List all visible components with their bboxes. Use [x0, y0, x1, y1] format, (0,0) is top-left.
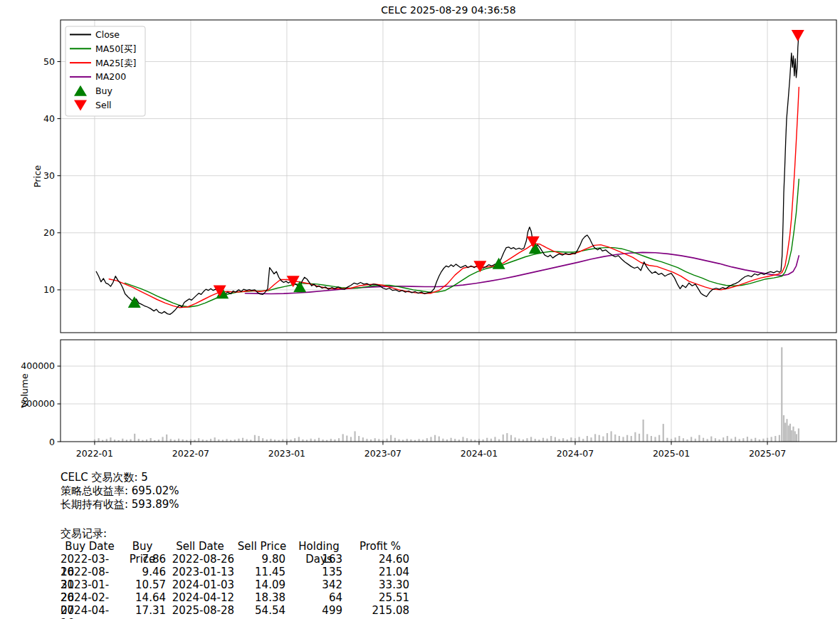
legend-label: MA25[卖]	[95, 58, 137, 68]
table-row: 2022-08-31 9.46 2023-01-13 11.45 135 21.…	[61, 566, 412, 578]
volume-panel-border	[61, 340, 836, 442]
price-tick-label: 50	[43, 56, 55, 67]
x-tick-label: 2025-01	[653, 448, 690, 459]
strategy-return-line: 策略总收益率: 695.02%	[61, 484, 179, 498]
buy-date: 2024-04-16	[61, 604, 119, 619]
holding-return-line: 长期持有收益: 593.89%	[61, 498, 179, 511]
gridlines	[61, 20, 836, 442]
price-tick-label: 10	[43, 284, 55, 295]
x-tick-label: 2024-01	[461, 448, 498, 459]
price-tick-label: 30	[43, 170, 55, 181]
chart-title: CELC 2025-08-29 04:36:58	[61, 4, 836, 16]
profit-pct: 215.08	[348, 604, 412, 619]
table-row: 2022-03-16 7.86 2022-08-26 9.80 163 24.6…	[61, 553, 412, 566]
legend-label: MA50[买]	[95, 43, 137, 54]
volume-tick-label: 0	[49, 437, 55, 447]
strategy-summary: CELC 交易次数: 5 策略总收益率: 695.02% 长期持有收益: 593…	[61, 471, 179, 511]
legend-label: Sell	[95, 100, 112, 110]
table-row: 2024-02-07 14.64 2024-04-12 18.38 64 25.…	[61, 591, 412, 604]
close-line	[96, 36, 799, 314]
x-tick-label: 2023-01	[268, 448, 305, 459]
legend: CloseMA50[买]MA25[卖]MA200BuySell	[65, 26, 145, 116]
volume-bars	[94, 347, 799, 442]
table-row: 2024-04-16 17.31 2025-08-28 54.54 499 21…	[61, 604, 412, 617]
stock-chart-figure: CELC 2025-08-29 04:36:58 2022-012022-072…	[0, 0, 840, 619]
x-tick-label: 2025-07	[749, 448, 786, 459]
x-tick-label: 2022-01	[76, 448, 113, 459]
ma25-line	[109, 88, 799, 308]
buy-markers	[128, 242, 542, 308]
legend-label: MA200	[95, 71, 126, 82]
volume-axis-label: Volume	[19, 373, 30, 407]
price-tick-label: 40	[43, 113, 55, 124]
x-tick-label: 2024-07	[557, 448, 594, 459]
sell-marker-icon	[527, 236, 540, 248]
sell-price: 54.54	[234, 604, 290, 619]
sell-date: 2025-08-28	[166, 604, 234, 619]
x-tick-label: 2022-07	[172, 448, 209, 459]
legend-label: Buy	[95, 85, 112, 96]
price-volume-chart: 2022-012022-072023-012023-072024-012024-…	[0, 0, 840, 462]
buy-price: 17.31	[119, 604, 166, 619]
legend-label: Close	[95, 29, 120, 40]
trade-records-label: 交易记录:	[61, 527, 412, 540]
axis-tick-labels: 2022-012022-072023-012023-072024-012024-…	[19, 56, 786, 459]
sell-marker-icon	[792, 30, 804, 41]
holding-days: 499	[290, 604, 348, 619]
price-axis-label: Price	[32, 165, 43, 188]
x-tick-label: 2023-07	[364, 448, 401, 459]
table-row: 2023-01-26 10.57 2024-01-03 14.09 342 33…	[61, 578, 412, 591]
volume-tick-label: 400000	[21, 360, 55, 371]
ma200-line	[245, 252, 799, 293]
price-tick-label: 20	[43, 227, 55, 238]
trade-table-header: Buy Date Buy Price Sell Date Sell Price …	[61, 540, 412, 553]
trade-records: 交易记录: Buy Date Buy Price Sell Date Sell …	[61, 527, 412, 617]
sell-markers	[214, 30, 804, 296]
trade-count-line: CELC 交易次数: 5	[61, 471, 179, 484]
